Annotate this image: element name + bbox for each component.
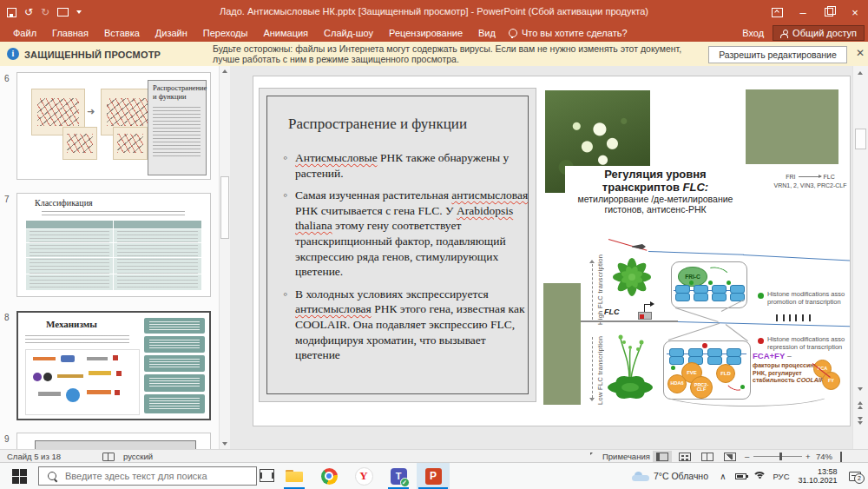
zoom-slider-thumb[interactable] [779,453,782,460]
fri-flc-labels: FRIFLC VRN1, 2, VIN3, PRC2-CLF [771,174,850,188]
start-button[interactable] [0,463,38,489]
taskbar-search[interactable] [38,466,257,486]
ribbon-display-icon [772,8,783,17]
hidden-icons-chevron[interactable]: ∧ [715,463,731,489]
slide-thumbnail-9[interactable] [16,433,211,449]
scroll-up-icon[interactable] [858,71,863,75]
slide-thumbnail-7[interactable]: Классификация [16,193,211,297]
tab-home[interactable]: Главная [44,24,96,42]
sign-in-link[interactable]: Вход [742,28,764,38]
thumb6-textlines [153,107,201,157]
tab-insert[interactable]: Вставка [96,24,148,42]
person-icon [780,30,788,37]
dismiss-bar-icon[interactable]: ✕ [856,47,865,59]
weather-widget[interactable] [628,463,654,489]
zoom-out-button[interactable]: – [745,452,749,461]
thumb7-table [26,221,201,290]
clock[interactable]: 13:5831.10.2021 [793,463,842,489]
callout-line [668,323,720,340]
tab-transitions[interactable]: Переходы [195,24,256,42]
slide-thumbnail-8-selected[interactable]: Механизмы [16,311,211,420]
coolair-connector-arc [661,380,832,406]
tray-time: 13:58 [798,467,837,476]
taskbar-file-explorer[interactable] [278,463,311,489]
exon-tick [795,314,797,321]
task-view-button[interactable] [260,469,274,482]
slide-thumbnail-6[interactable]: ➜ Распространение и функции [16,72,211,180]
network-indicator[interactable] [750,463,769,489]
language-indicator[interactable]: русский [123,452,153,461]
close-button[interactable]: × [842,0,868,24]
normal-view-button[interactable] [653,451,672,462]
battery-indicator[interactable] [731,463,750,489]
tab-animations[interactable]: Анимация [255,24,316,42]
scrollbar-thumb[interactable] [220,176,229,239]
main-scrollbar[interactable] [852,66,868,449]
input-language[interactable]: РУС [769,463,793,489]
fit-to-window-button[interactable] [840,453,842,462]
thumb8-callout [144,394,205,413]
previous-slide-button[interactable] [858,401,863,409]
notes-label[interactable]: Примечания [602,452,650,461]
ribbon-display-options-button[interactable] [764,0,790,24]
windows-logo-icon [12,469,27,484]
slideshow-view-button[interactable] [720,451,740,462]
arrow-right-icon: ➜ [87,106,95,117]
protected-view-label: ЗАЩИЩЕННЫЙ ПРОСМОТР [24,50,161,60]
caption-line: гистонов, антисенс-РНК [565,204,746,215]
search-input[interactable] [63,470,240,482]
rosette-plant-image [607,253,657,301]
zoom-level[interactable]: 74% [816,452,832,461]
caption-line: Регуляция уровня [565,168,746,181]
thumbnail-scrollbar[interactable] [219,66,230,449]
zoom-in-button[interactable]: + [806,452,811,461]
legend-repression: Histone modifications asso repression of… [767,335,851,351]
slide-bullet: В холодных условиях экспрессируется анти… [295,287,531,363]
tell-me-box[interactable]: Что вы хотите сделать? [509,28,628,38]
action-center-button[interactable]: 2 [842,463,868,489]
low-flc-arrow [592,337,593,398]
protected-view-bar: i ЗАЩИЩЕННЫЙ ПРОСМОТР Будьте осторожны: … [0,42,868,67]
green-image-block [746,89,838,164]
proofing-icon[interactable] [102,453,115,461]
taskbar-powerpoint[interactable]: P [417,463,450,489]
title-bar: ↺ ↻ Ладо. Антисмысловые НК.pptx [Защищен… [0,0,868,24]
thumb8-callout [144,355,205,372]
weather-text[interactable]: 7°C Облачно [654,463,715,489]
taskbar-teams[interactable]: T✓ [382,463,415,489]
caption-line: метилирорвание /де-метилирование [565,194,746,204]
slide-thumbnail-panel: 6 ➜ Распространение и функции 7 Классифи… [0,66,219,449]
slide-sorter-view-button[interactable] [675,451,694,462]
tab-review[interactable]: Рецензирование [381,24,470,42]
protected-view-message: Будьте осторожны: файлы из Интернета мог… [213,44,706,64]
chromatin-line [648,251,744,255]
tab-view[interactable]: Вид [470,24,503,42]
enable-editing-button[interactable]: Разрешить редактирование [708,46,847,63]
taskbar-chrome[interactable] [312,463,345,489]
share-button[interactable]: Общий доступ [773,25,865,41]
slide-bullet-list: Антисмысловые РНК также обнаружены у рас… [295,150,531,370]
thumb7-title: Классификация [35,198,93,208]
thumb8-callout [144,318,205,334]
minimize-button[interactable]: – [790,0,816,24]
next-slide-button[interactable] [858,417,863,425]
reading-view-button[interactable] [698,451,717,462]
tab-slideshow[interactable]: Слайд-шоу [316,24,381,42]
tab-file[interactable]: Файл [5,24,44,42]
scrollbar-thumb[interactable] [855,129,866,149]
tab-design[interactable]: Дизайн [148,24,195,42]
thumb9-box [35,440,196,449]
thumb8-diagram [25,349,140,415]
scroll-down-icon[interactable] [858,387,863,391]
zoom-slider[interactable] [753,456,802,457]
scroll-up-icon[interactable] [222,69,227,73]
green-image-block [543,283,581,405]
thumb8-textlines [25,335,129,346]
scroll-down-icon[interactable] [222,442,227,446]
taskbar-yandex[interactable]: Y [347,463,380,489]
restore-button[interactable] [816,0,842,24]
yandex-browser-icon: Y [355,467,373,486]
notification-badge: 2 [854,473,865,484]
callout-line [726,324,748,341]
exon-tick [776,314,778,321]
